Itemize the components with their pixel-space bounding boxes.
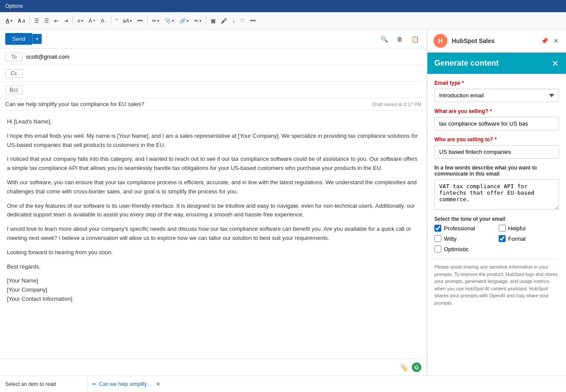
tab-close-button[interactable]: ✕ [155,380,161,388]
separator-5 [206,17,206,25]
menu-bar-title: Options [5,3,23,9]
grammarly-icon: G [412,362,421,372]
pencil-icon: ✏ [92,381,96,387]
quote-btn[interactable]: " [113,17,119,25]
menu-bar: Options [0,0,566,12]
send-button[interactable]: Send [5,33,32,45]
tag-icon: 🏷️ [400,363,408,372]
selling-label: What are you selling? * [434,108,559,114]
tone-item: Formal [499,235,559,242]
selling-to-input[interactable] [434,145,559,159]
link-btn[interactable]: 🔗 ▾ [177,17,191,25]
tab-text: Can we help simplify ... [99,381,152,387]
body-paragraph: Best regards, [7,262,420,272]
cc-label: Cc [5,69,23,78]
separator-1 [30,17,30,25]
tone-label-helpful: Helpful [508,225,526,232]
body-paragraph: I would love to learn more about your co… [7,225,420,243]
dictate-btn[interactable]: 🎤 [218,17,229,25]
tone-checkbox-optimistic[interactable] [434,246,441,252]
cc-field: Cc [0,65,427,82]
increase-font-btn[interactable]: A+ [86,17,98,25]
tone-label-formal: Formal [508,236,526,242]
status-tab: ✏ Can we help simplify ... ✕ [88,376,165,392]
attach-btn[interactable]: 📎 ▾ [162,17,176,25]
insert-btn[interactable]: ↓ [230,17,237,25]
pin-button[interactable]: 📌 [540,36,549,46]
generate-content-title: Generate content [434,59,499,68]
bcc-label: Bcc [5,86,23,94]
select-item-label: Select an item to read [0,376,88,392]
email-type-label: Email type * [434,80,559,86]
bottom-status-bar: Select an item to read ✏ Can we help sim… [0,375,566,392]
formatting-toolbar: A ▾ Aa ☰ ☰ ⇤ ⇥ ≡ ▾ A+ A- " aA ▾ ••• ✏ ▾ … [0,12,566,30]
tone-grid: ProfessionalHelpfulWittyFormalOptimistic [434,225,559,252]
body-paragraph: [Your Name] [Your Company] [Your Contact… [7,276,420,303]
case-btn[interactable]: aA ▾ [121,17,135,25]
tone-label-optimistic: Optimistic [444,246,469,252]
tone-item: Witty [434,235,495,242]
separator-4 [147,17,148,25]
sensitivity-btn[interactable]: ♡ [238,17,247,25]
main-layout: Send ▾ 🔍 🗑 📋 To Cc Bcc Can we help simpl… [0,30,566,375]
generate-close-button[interactable]: ✕ [552,59,559,68]
bold-style-btn[interactable]: Aa [16,17,27,25]
bcc-input[interactable] [23,86,421,93]
cc-input[interactable] [23,70,421,76]
email-body[interactable]: Hi [Lead's Name],I hope this email finds… [0,110,427,359]
send-dropdown-button[interactable]: ▾ [32,34,42,44]
bullets-btn[interactable]: ☰ [32,17,41,25]
tone-checkbox-witty[interactable] [434,235,441,242]
body-paragraph: Hi [Lead's Name], [7,117,420,126]
indent-less-btn[interactable]: ⇤ [52,17,61,25]
body-paragraph: I hope this email finds you well. My nam… [7,132,420,150]
privacy-notice: Please avoid sharing any sensitive infor… [434,259,559,306]
delete-email-button[interactable]: 🗑 [394,34,405,44]
subject-text: Can we help simplify your tax compliance… [5,101,369,107]
tone-checkbox-helpful[interactable] [499,225,506,232]
hubspot-logo-text: H [438,37,443,44]
highlight-btn[interactable]: ✏ ▾ [150,17,162,25]
hubspot-header: H HubSpot Sales 📌 ✕ [427,30,566,53]
decrease-font-btn[interactable]: A- [99,17,109,25]
panel-body: Email type * Introduction email Follow-u… [427,74,566,375]
subject-line: Can we help simplify your tax compliance… [0,98,427,110]
tone-label-witty: Witty [444,236,457,242]
indent-more-btn[interactable]: ⇥ [62,17,70,25]
body-paragraph: Looking forward to hearing from you soon… [7,248,420,257]
send-bar: Send ▾ 🔍 🗑 📋 [0,30,427,49]
draw-btn[interactable]: ✏ ▾ [192,17,204,25]
body-paragraph: One of the key features of our software … [7,202,420,220]
communicate-textarea[interactable] [434,179,559,210]
paragraph-btn[interactable]: ≡ ▾ [75,17,86,25]
bcc-field: Bcc [0,82,427,98]
tone-checkbox-formal[interactable] [499,235,506,242]
more-email-button[interactable]: 📋 [409,34,421,44]
numbered-btn[interactable]: ☰ [42,17,51,25]
hubspot-header-icons: 📌 ✕ [540,36,560,46]
email-compose: Send ▾ 🔍 🗑 📋 To Cc Bcc Can we help simpl… [0,30,427,375]
hubspot-panel: H HubSpot Sales 📌 ✕ Generate content ✕ E… [427,30,566,375]
send-btn-group: Send ▾ [5,33,42,45]
close-panel-button[interactable]: ✕ [552,36,560,46]
tone-group: Select the tone of your email Profession… [434,216,559,252]
more-options-btn[interactable]: ••• [248,17,258,25]
to-input[interactable] [23,53,421,60]
selling-input[interactable] [434,117,559,130]
tone-item: Optimistic [434,246,495,252]
more-text-btn[interactable]: ••• [135,17,145,25]
tone-checkbox-professional[interactable] [434,225,441,232]
hubspot-panel-title: HubSpot Sales [452,37,535,44]
email-type-select[interactable]: Introduction email Follow-up email Cold … [434,89,559,102]
selling-to-group: Who are you selling to? * [434,136,559,159]
search-email-button[interactable]: 🔍 [378,34,391,44]
generate-content-header: Generate content ✕ [427,53,566,74]
font-color-btn[interactable]: A ▾ [3,17,15,25]
tone-item: Professional [434,225,495,232]
to-field: To [0,49,427,65]
separator-3 [111,17,111,25]
hubspot-logo: H [434,34,447,48]
body-paragraph: I noticed that your company falls into t… [7,155,420,173]
tone-label-professional: Professional [444,225,475,232]
table-btn[interactable]: ▦ [209,17,218,25]
